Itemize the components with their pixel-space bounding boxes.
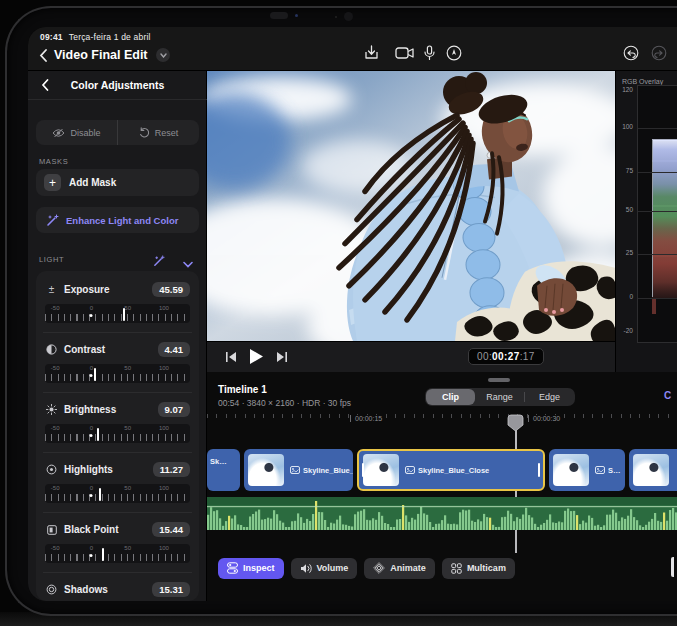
- slider-zero-dot: [90, 434, 93, 437]
- light-slider-row[interactable]: Brightness 9.07 -50 0 50 100: [45, 399, 190, 453]
- panel-header: Color Adjustments: [28, 71, 207, 100]
- clip-thumbnail: [248, 454, 284, 486]
- disable-reset-group: Disable Reset: [36, 120, 199, 145]
- video-viewer[interactable]: [207, 71, 615, 341]
- draw-icon[interactable]: [446, 45, 462, 61]
- timeline-ruler[interactable]: 00:00:15 00:00:30: [207, 412, 677, 434]
- camera-icon[interactable]: [395, 47, 414, 59]
- image-icon: [290, 466, 300, 474]
- collapse-chevron-icon[interactable]: [183, 254, 193, 272]
- panel-title: Color Adjustments: [28, 79, 207, 91]
- slider-cursor[interactable]: [99, 488, 101, 501]
- clip[interactable]: Skyline_Blue_Wide: [244, 449, 353, 491]
- multicam-button[interactable]: Multicam: [442, 558, 515, 579]
- light-slider-row[interactable]: Black Point 15.44 -50 0 50 100: [45, 519, 190, 573]
- scope-axis-label: 0: [629, 293, 633, 300]
- redo-icon[interactable]: [651, 45, 667, 61]
- slider-label: Contrast: [64, 344, 152, 355]
- timecode[interactable]: 00:00:27:17: [468, 348, 544, 365]
- mode-range[interactable]: Range: [475, 389, 524, 405]
- light-section-header: LIGHT: [36, 251, 199, 267]
- inspect-button[interactable]: Inspect: [218, 558, 284, 579]
- scope-graph: [637, 85, 677, 343]
- sun-icon: [45, 404, 58, 415]
- camera-sensor: [270, 12, 288, 19]
- scope-axis-label: 25: [626, 249, 633, 256]
- skip-back-icon[interactable]: [225, 351, 237, 363]
- light-slider-row[interactable]: Contrast 4.41 -50 0 50 100: [45, 339, 190, 393]
- scope-axis-label: 120: [622, 86, 633, 93]
- image-icon: [405, 466, 415, 474]
- image-icon: [595, 466, 605, 474]
- slider-value-badge[interactable]: 11.27: [153, 462, 190, 477]
- inspector-icon: [227, 562, 238, 574]
- slider-ruler[interactable]: -50 0 50 100: [45, 424, 190, 443]
- multicam-grid-icon: [451, 563, 462, 574]
- disable-button[interactable]: Disable: [36, 120, 118, 145]
- camera-dot: [295, 14, 298, 17]
- slider-ruler[interactable]: -50 0 50 100: [45, 364, 190, 383]
- skip-forward-icon[interactable]: [276, 351, 288, 363]
- add-mask-button[interactable]: + Add Mask: [36, 169, 199, 196]
- clip[interactable]: Sk…: [207, 449, 240, 491]
- clip[interactable]: [629, 449, 677, 491]
- light-slider-row[interactable]: Highlights 11.27 -50 0 50 100: [45, 459, 190, 513]
- scope-axis-label: 50: [626, 206, 633, 213]
- shadows-icon: [45, 584, 58, 595]
- slider-value-badge[interactable]: 15.44: [152, 522, 190, 537]
- slider-cursor[interactable]: [102, 548, 104, 561]
- slider-cursor[interactable]: [94, 368, 96, 381]
- clip-selected[interactable]: Skyline_Blue_Close: [357, 449, 545, 491]
- back-icon[interactable]: [39, 49, 48, 62]
- enhance-light-color-button[interactable]: Enhance Light and Color: [36, 207, 199, 233]
- export-icon[interactable]: [364, 45, 379, 61]
- scope-axis-label: 75: [626, 167, 633, 174]
- light-slider-row[interactable]: ± Exposure 45.59 -50 0 50 100: [45, 279, 190, 333]
- mic-icon[interactable]: [424, 45, 435, 61]
- chevron-down-icon[interactable]: [156, 48, 170, 62]
- contrast-icon: [45, 344, 58, 355]
- reset-icon: [139, 127, 150, 138]
- audio-waveform: [207, 497, 677, 530]
- slider-value-badge[interactable]: 45.59: [152, 282, 190, 297]
- ruler-time: 00:00:30: [528, 415, 560, 422]
- slider-value-badge[interactable]: 15.31: [152, 582, 190, 597]
- slider-zero-dot: [90, 374, 93, 377]
- light-sliders-card: ± Exposure 45.59 -50 0 50 100 Contrast 4…: [36, 271, 199, 601]
- audio-track[interactable]: [207, 497, 677, 530]
- clip[interactable]: S…: [549, 449, 625, 491]
- slider-ruler[interactable]: -50 0 50 100: [45, 544, 190, 563]
- timeline-pane: Timeline 1 00:54 · 3840 × 2160 · HDR · 3…: [207, 372, 677, 601]
- mode-clip[interactable]: Clip: [426, 389, 475, 405]
- auto-enhance-icon[interactable]: [153, 253, 165, 271]
- undo-icon[interactable]: [623, 45, 639, 61]
- scope-trace: [638, 86, 677, 344]
- slider-value-badge[interactable]: 9.07: [158, 402, 191, 417]
- slider-ruler[interactable]: -50 0 50 100: [45, 304, 190, 323]
- reset-button[interactable]: Reset: [118, 120, 199, 145]
- slider-ruler[interactable]: -50 0 50 100: [45, 484, 190, 503]
- slider-cursor[interactable]: [123, 308, 125, 321]
- trim-handle-left[interactable]: [362, 463, 364, 477]
- animate-button[interactable]: Animate: [364, 558, 435, 579]
- slider-label: Highlights: [64, 464, 147, 475]
- timeline-drag-handle[interactable]: [488, 378, 510, 382]
- slider-zero-dot: [90, 494, 93, 497]
- cutoff-button-edge[interactable]: [671, 557, 674, 577]
- play-button[interactable]: [249, 348, 264, 365]
- slider-value-badge[interactable]: 4.41: [158, 342, 191, 357]
- trim-handle-right[interactable]: [538, 463, 540, 477]
- clip-thumbnail: [633, 454, 669, 486]
- slider-cursor[interactable]: [97, 428, 99, 441]
- magic-wand-icon: [46, 214, 59, 227]
- mode-edge[interactable]: Edge: [525, 389, 574, 405]
- overflow-button[interactable]: C: [664, 390, 671, 401]
- speaker-icon: [300, 563, 312, 574]
- slider-label: Shadows: [64, 584, 146, 595]
- clip-thumbnail: [363, 454, 399, 486]
- light-slider-row[interactable]: Shadows 15.31 -50 0 50 100: [45, 579, 190, 601]
- eye-off-icon: [52, 128, 65, 138]
- project-title[interactable]: Video Final Edit: [54, 48, 148, 62]
- volume-button[interactable]: Volume: [291, 558, 358, 579]
- scope-axis-label: 100: [622, 123, 633, 130]
